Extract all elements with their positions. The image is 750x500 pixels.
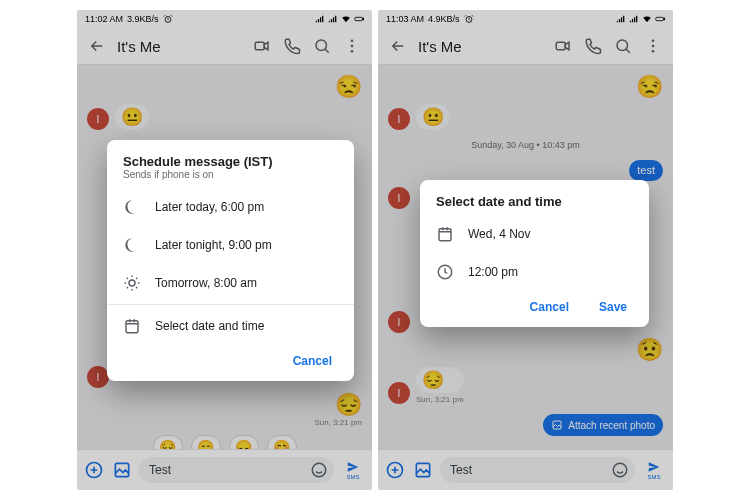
send-button[interactable]: SMS [340,457,366,483]
calendar-icon [123,317,141,335]
svg-point-18 [652,39,655,42]
status-net: 3.9KB/s [127,14,159,24]
svg-rect-3 [255,42,264,50]
message-emoji: 😐 [115,104,149,130]
alarm-icon [163,14,173,24]
status-bar: 11:02 AM 3.9KB/s [77,10,372,28]
svg-rect-9 [115,463,128,476]
schedule-dialog: Schedule message (IST) Sends if phone is… [107,140,354,381]
back-button[interactable] [388,36,408,56]
svg-point-6 [351,45,354,48]
conversation-title: It's Me [117,38,242,55]
avatar: I [388,187,410,209]
option-label: Later today, 6:00 pm [155,200,264,214]
battery-icon [354,14,364,24]
video-call-button[interactable] [252,36,272,56]
cancel-button[interactable]: Cancel [524,299,575,315]
schedule-option-custom[interactable]: Select date and time [107,307,354,345]
svg-rect-12 [126,321,138,333]
message-input-text: Test [450,463,472,477]
image-icon [551,419,563,431]
time-picker-row[interactable]: 12:00 pm [420,253,649,291]
svg-rect-2 [363,18,364,20]
signal-icon [315,14,325,24]
avatar: I [388,311,410,333]
avatar: I [87,366,109,388]
dialog-title: Select date and time [420,194,649,215]
phone-right: 11:03 AM 4.9KB/s It's Me 😒 I😐 Sunday, 30… [378,10,673,490]
avatar: I [87,108,109,130]
svg-rect-16 [556,42,565,50]
suggestion-emoji[interactable]: 😊 [267,435,297,450]
video-call-button[interactable] [553,36,573,56]
call-button[interactable] [282,36,302,56]
date-value: Wed, 4 Nov [468,227,530,241]
day-stamp: Sunday, 30 Aug • 10:43 pm [388,140,663,150]
option-label: Select date and time [155,319,264,333]
back-button[interactable] [87,36,107,56]
add-button[interactable] [83,459,105,481]
message-emoji: 😒 [335,76,362,98]
more-button[interactable] [643,36,663,56]
emoji-picker-button[interactable] [611,461,629,482]
signal-icon [629,14,639,24]
gallery-button[interactable] [412,459,434,481]
message-emoji: 😔 [416,367,464,393]
suggestion-emoji[interactable]: 😔 [153,435,183,450]
more-button[interactable] [342,36,362,56]
svg-point-7 [351,50,354,53]
option-label: Later tonight, 9:00 pm [155,238,272,252]
status-time: 11:02 AM [85,14,123,24]
svg-point-20 [652,50,655,53]
svg-point-4 [316,40,327,51]
message-input[interactable]: Test [440,457,635,483]
signal-icon [328,14,338,24]
svg-rect-21 [553,421,561,429]
svg-rect-1 [355,17,363,20]
schedule-option-later-tonight[interactable]: Later tonight, 9:00 pm [107,226,354,264]
compose-bar: Test SMS [378,449,673,490]
avatar: I [388,108,410,130]
svg-point-11 [129,280,135,286]
status-net: 4.9KB/s [428,14,460,24]
suggestion-emoji[interactable]: 😑 [191,435,221,450]
message-emoji: 😟 [636,339,663,361]
schedule-option-later-today[interactable]: Later today, 6:00 pm [107,188,354,226]
message-emoji: 😐 [416,104,450,130]
attach-photo-chip[interactable]: Attach recent photo [543,414,663,436]
schedule-option-tomorrow[interactable]: Tomorrow, 8:00 am [107,264,354,302]
save-button[interactable]: Save [593,299,633,315]
svg-rect-14 [656,17,664,20]
message-input[interactable]: Test [139,457,334,483]
attach-label: Attach recent photo [568,420,655,431]
datetime-dialog: Select date and time Wed, 4 Nov 12:00 pm… [420,180,649,327]
search-button[interactable] [312,36,332,56]
cancel-button[interactable]: Cancel [287,353,338,369]
option-label: Tomorrow, 8:00 am [155,276,257,290]
battery-icon [655,14,665,24]
message-time: Sun, 3:21 pm [314,418,362,427]
status-bar: 11:03 AM 4.9KB/s [378,10,673,28]
gallery-button[interactable] [111,459,133,481]
add-button[interactable] [384,459,406,481]
message-emoji: 😔 [335,394,362,416]
svg-point-19 [652,45,655,48]
send-button[interactable]: SMS [641,457,667,483]
compose-bar: Test SMS [77,449,372,490]
status-time: 11:03 AM [386,14,424,24]
conversation-title: It's Me [418,38,543,55]
message-out: test [629,160,663,181]
calendar-icon [436,225,454,243]
emoji-picker-button[interactable] [310,461,328,482]
sun-icon [123,274,141,292]
suggestion-emoji[interactable]: 😞 [229,435,259,450]
svg-point-10 [312,463,326,477]
svg-point-17 [617,40,628,51]
send-label: SMS [647,474,660,480]
svg-point-5 [351,39,354,42]
date-picker-row[interactable]: Wed, 4 Nov [420,215,649,253]
search-button[interactable] [613,36,633,56]
call-button[interactable] [583,36,603,56]
phone-left: 11:02 AM 3.9KB/s It's Me 😒 I😐 Sunday, 30… [77,10,372,490]
message-input-text: Test [149,463,171,477]
